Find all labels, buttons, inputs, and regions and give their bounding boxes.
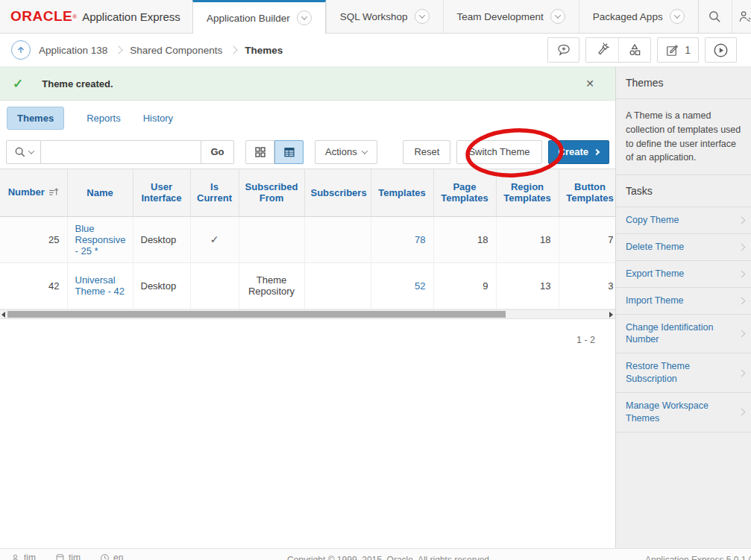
scroll-left-icon[interactable] [1, 312, 5, 318]
scrollbar-thumb[interactable] [7, 311, 506, 318]
success-message-text: Theme created. [42, 78, 113, 89]
tab-history[interactable]: History [143, 113, 173, 124]
cell-page-templates: 18 [433, 216, 496, 262]
task-import-theme[interactable]: Import Theme [616, 288, 751, 315]
chevron-down-icon[interactable] [297, 10, 312, 25]
templates-count-link[interactable]: 52 [415, 280, 425, 292]
switch-theme-button[interactable]: Switch Theme [456, 140, 541, 164]
right-sidebar: Themes A Theme is a named collection of … [615, 67, 751, 548]
column-header-name[interactable]: Name [67, 169, 133, 216]
tab-reports[interactable]: Reports [87, 113, 121, 124]
task-export-theme[interactable]: Export Theme [616, 261, 751, 288]
create-label: Create [559, 146, 588, 157]
column-header-page-templates[interactable]: Page Templates [433, 169, 496, 216]
create-button[interactable]: Create [548, 140, 609, 164]
tasks-title: Tasks [616, 175, 751, 207]
task-restore-theme-subscription[interactable]: Restore Theme Subscription [616, 353, 751, 393]
theme-name-link[interactable]: Universal Theme - 42 [75, 274, 125, 297]
reset-button[interactable]: Reset [403, 140, 450, 164]
cell-region-templates: 13 [496, 262, 559, 309]
horizontal-scrollbar[interactable] [0, 309, 615, 319]
sort-ascending-icon [48, 187, 59, 199]
tab-themes[interactable]: Themes [7, 107, 64, 130]
chevron-down-icon[interactable] [415, 9, 430, 24]
shared-components-shapes-button[interactable] [618, 38, 650, 62]
advisor-flashlight-button[interactable] [586, 38, 618, 62]
tab-label: Packaged Apps [593, 11, 663, 22]
feedback-button[interactable] [547, 37, 579, 63]
tab-team-development[interactable]: Team Development [443, 0, 579, 33]
top-navigation-bar: ORACLE® Application Express Application … [0, 0, 751, 34]
cell-subscribers [304, 262, 371, 309]
chevron-right-icon [738, 297, 746, 304]
theme-name-link[interactable]: Blue Responsive - 25 * [75, 223, 126, 257]
interactive-report-toolbar: Go Actions Reset Switch Theme [0, 135, 615, 169]
cell-subscribers [304, 216, 371, 262]
column-header-region-templates[interactable]: Region Templates [496, 169, 559, 216]
column-header-templates[interactable]: Templates [371, 169, 433, 216]
templates-count-link[interactable]: 78 [415, 234, 425, 245]
search-column-selector-button[interactable] [6, 140, 41, 164]
report-view-button[interactable] [274, 140, 304, 164]
cell-region-templates: 18 [496, 216, 559, 262]
tab-label: SQL Workshop [340, 11, 408, 22]
themes-report-grid: Number Name User Interface Is Current Su… [0, 169, 615, 309]
pagination-label: 1 - 2 [0, 335, 615, 345]
actions-menu-button[interactable]: Actions [315, 140, 377, 164]
task-change-identification-number[interactable]: Change Identification Number [616, 315, 751, 354]
themes-table: Number Name User Interface Is Current Su… [0, 169, 615, 309]
administration-icon[interactable] [732, 0, 751, 33]
chevron-right-icon [738, 270, 746, 277]
task-manage-workspace-themes[interactable]: Manage Workspace Themes [616, 393, 751, 432]
breadcrumb-themes: Themes [245, 45, 283, 56]
task-copy-theme[interactable]: Copy Theme [616, 207, 751, 234]
column-header-user-interface[interactable]: User Interface [133, 169, 190, 216]
cell-button-templates: 3 [559, 262, 615, 309]
column-header-number[interactable]: Number [0, 169, 67, 216]
tab-application-builder[interactable]: Application Builder [192, 0, 326, 34]
run-application-button[interactable] [705, 37, 737, 63]
view-toggle-group [245, 140, 304, 164]
chevron-down-icon[interactable] [670, 9, 685, 24]
chevron-down-icon[interactable] [550, 9, 565, 24]
chevron-right-icon [738, 216, 746, 224]
footer-user: tim [10, 553, 36, 560]
chevron-right-icon [738, 330, 746, 337]
up-level-icon[interactable] [11, 40, 31, 60]
chevron-right-icon [738, 243, 746, 251]
breadcrumb-separator-icon [229, 45, 237, 54]
search-input[interactable] [41, 140, 201, 164]
sidebar-title: Themes [616, 67, 751, 99]
page-content: ✓ Theme created. ✕ Themes Reports Histor… [0, 67, 751, 548]
cell-button-templates: 7 [559, 216, 615, 262]
scroll-right-icon[interactable] [609, 312, 613, 318]
column-header-button-templates[interactable]: Button Templates [559, 169, 615, 216]
close-icon[interactable]: ✕ [585, 78, 594, 89]
table-header-row: Number Name User Interface Is Current Su… [0, 169, 615, 216]
task-delete-theme[interactable]: Delete Theme [616, 234, 751, 261]
tab-sql-workshop[interactable]: SQL Workshop [326, 0, 443, 33]
breadcrumb-separator-icon [115, 45, 123, 54]
icon-view-button[interactable] [245, 140, 274, 164]
footer-language: en [100, 553, 123, 560]
breadcrumb-shared-components[interactable]: Shared Components [130, 45, 222, 56]
page-footer: tim tim en Copyright © 1999, 2015, Oracl… [0, 548, 751, 560]
product-name: Application Express [82, 10, 180, 23]
column-header-subscribed-from[interactable]: Subscribed From [239, 169, 304, 216]
breadcrumb-application[interactable]: Application 138 [39, 45, 107, 56]
column-header-subscribers[interactable]: Subscribers [304, 169, 371, 216]
search-icon[interactable] [698, 0, 732, 33]
cell-user-interface: Desktop [133, 262, 190, 309]
cell-is-current [190, 262, 239, 309]
report-tabs: Themes Reports History [0, 101, 615, 135]
cell-subscribed-from [239, 216, 304, 262]
edit-page-button[interactable]: 1 [657, 37, 699, 63]
cell-number: 25 [0, 216, 67, 262]
oracle-logo: ORACLE® Application Express [0, 0, 192, 33]
chevron-down-icon [361, 148, 367, 154]
column-header-is-current[interactable]: Is Current [190, 169, 239, 216]
success-check-icon: ✓ [13, 76, 23, 92]
tab-packaged-apps[interactable]: Packaged Apps [579, 0, 698, 33]
footer-copyright: Copyright © 1999, 2015, Oracle. All righ… [287, 555, 491, 560]
go-button[interactable]: Go [201, 140, 234, 164]
